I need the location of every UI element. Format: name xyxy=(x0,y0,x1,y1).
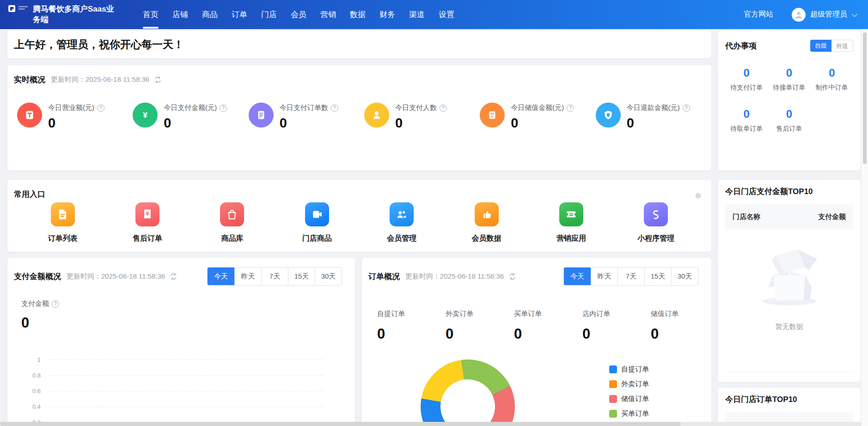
vertical-scrollbar-thumb[interactable] xyxy=(863,32,867,164)
nav-item-stores[interactable]: 门店 xyxy=(261,0,277,29)
user-menu[interactable]: 超级管理员 xyxy=(810,10,856,19)
y-gridline: 0.6 xyxy=(14,386,324,396)
refresh-icon[interactable] xyxy=(154,76,162,84)
question-icon[interactable]: ? xyxy=(567,104,574,112)
empty-box-illustration xyxy=(750,247,829,307)
tab-today[interactable]: 今天 xyxy=(564,268,591,285)
legend-paybill[interactable]: 买单订单 xyxy=(609,409,649,418)
question-icon[interactable]: ? xyxy=(683,104,690,112)
refresh-icon[interactable] xyxy=(508,273,516,280)
shortcut-order-list[interactable]: 订单列表 xyxy=(20,202,105,243)
order-stat-paybill: 买单订单0 xyxy=(514,310,582,342)
stat-value: 0 xyxy=(48,116,104,131)
shortcuts-card: 常用入口 订单列表 ¥ 售后订单 xyxy=(7,180,711,252)
logo-wordmark xyxy=(18,6,28,10)
legend-delivery[interactable]: 外卖订单 xyxy=(609,380,649,389)
y-gridline: 1 xyxy=(14,355,324,364)
nav-item-channels[interactable]: 渠道 xyxy=(409,0,425,29)
tab-7d[interactable]: 7天 xyxy=(261,268,288,285)
app-logo xyxy=(8,5,15,12)
todo-unpaid[interactable]: 0待支付订单 xyxy=(725,67,768,92)
member-data-icon xyxy=(475,202,499,226)
avatar-person-icon xyxy=(793,9,804,20)
tab-yesterday[interactable]: 昨天 xyxy=(591,268,617,285)
horizontal-scrollbar[interactable] xyxy=(0,422,862,426)
refresh-icon[interactable] xyxy=(170,273,177,280)
nav-item-home[interactable]: 首页 xyxy=(143,0,159,29)
question-icon[interactable]: ? xyxy=(97,104,104,112)
greeting-card: 上午好，管理员，祝你开心每一天！ xyxy=(7,30,711,58)
miniprogram-icon xyxy=(644,202,668,226)
nav-item-members[interactable]: 会员 xyxy=(291,0,306,29)
nav-item-data[interactable]: 数据 xyxy=(350,0,366,29)
top10-orders-title: 今日门店订单TOP10 xyxy=(725,394,853,405)
tab-today[interactable]: 今天 xyxy=(208,268,234,285)
order-range-tabs: 今天 昨天 7天 15天 30天 xyxy=(563,267,698,286)
tab-30d[interactable]: 30天 xyxy=(315,268,342,285)
stat-value: 0 xyxy=(164,116,227,131)
shortcut-marketing-apps[interactable]: 营销应用 xyxy=(529,202,613,243)
legend-stored[interactable]: 储值订单 xyxy=(609,395,649,403)
vertical-scrollbar[interactable] xyxy=(862,29,868,422)
payment-metric: 支付金额? 0 xyxy=(21,299,355,331)
shortcut-miniprogram[interactable]: 小程序管理 xyxy=(614,202,698,243)
tab-7d[interactable]: 7天 xyxy=(617,268,644,285)
toggle-delivery[interactable]: 外送 xyxy=(831,40,853,52)
shortcut-store-goods[interactable]: 门店商品 xyxy=(275,202,359,243)
realtime-overview-card: 实时概况 更新时间：2025-06-18 11:58:36 今日营业额(元)? … xyxy=(7,65,711,170)
question-icon[interactable]: ? xyxy=(440,104,447,112)
stat-refund-amount: 今日退款金额(元)? 0 xyxy=(596,103,711,131)
donut-legend: 自提订单 外卖订单 储值订单 买单订单 xyxy=(609,365,649,418)
brand: 腾马餐饮多商户Saas业务端 xyxy=(8,4,120,24)
nav-item-orders[interactable]: 订单 xyxy=(232,0,247,29)
gear-icon[interactable] xyxy=(694,192,702,201)
tab-yesterday[interactable]: 昨天 xyxy=(234,268,261,285)
top10-orders-card: 今日门店订单TOP10 xyxy=(718,388,861,426)
avatar[interactable] xyxy=(792,8,806,22)
official-site-link[interactable]: 官方网站 xyxy=(744,10,773,19)
store-goods-icon xyxy=(305,202,329,226)
stat-payment-amount: ¥ 今日支付金额(元)? 0 xyxy=(133,103,248,131)
horizontal-scrollbar-thumb[interactable] xyxy=(0,422,681,426)
toggle-pickup[interactable]: 自提 xyxy=(810,40,831,52)
order-stat-stored: 储值订单0 xyxy=(651,310,711,342)
todo-making[interactable]: 0制作中订单 xyxy=(811,67,853,92)
todo-to-pickup[interactable]: 0待取单订单 xyxy=(725,108,768,133)
question-icon[interactable]: ? xyxy=(52,300,59,308)
legend-pickup[interactable]: 自提订单 xyxy=(609,365,649,374)
marketing-ticket-icon xyxy=(559,202,583,226)
right-column: 代办事项 自提 外送 0待支付订单 0待接单订单 0制作中订单 0待取单订单 0… xyxy=(718,30,861,426)
svg-text:¥: ¥ xyxy=(146,211,149,216)
nav-item-finance[interactable]: 财务 xyxy=(379,0,395,29)
todo-title: 代办事项 xyxy=(725,41,757,51)
divider xyxy=(725,371,853,372)
shortcut-member-management[interactable]: 会员管理 xyxy=(360,202,444,243)
tab-15d[interactable]: 15天 xyxy=(644,268,671,285)
greeting-text: 上午好，管理员，祝你开心每一天！ xyxy=(14,37,184,52)
nav-item-goods[interactable]: 商品 xyxy=(202,0,218,29)
legend-swatch xyxy=(609,410,617,418)
question-icon[interactable]: ? xyxy=(331,104,338,112)
stat-revenue: 今日营业额(元)? 0 xyxy=(17,103,133,131)
legend-swatch xyxy=(609,380,617,388)
tab-30d[interactable]: 30天 xyxy=(671,268,698,285)
nav-item-shop[interactable]: 店铺 xyxy=(172,0,188,29)
todo-grid: 0待支付订单 0待接单订单 0制作中订单 0待取单订单 0售后订单 xyxy=(725,67,853,133)
top-navbar: 腾马餐饮多商户Saas业务端 首页 店铺 商品 订单 门店 会员 营销 数据 财… xyxy=(0,0,868,29)
todo-to-accept[interactable]: 0待接单订单 xyxy=(768,67,810,92)
svg-text:¥: ¥ xyxy=(143,110,148,120)
empty-text: 暂无数据 xyxy=(776,323,803,331)
dashboard-screen: 腾马餐饮多商户Saas业务端 首页 店铺 商品 订单 门店 会员 营销 数据 财… xyxy=(0,0,868,426)
shortcut-goods-library[interactable]: 商品库 xyxy=(190,202,275,243)
tab-15d[interactable]: 15天 xyxy=(288,268,315,285)
shortcut-aftersale-orders[interactable]: ¥ 售后订单 xyxy=(105,202,189,243)
nav-item-settings[interactable]: 设置 xyxy=(439,0,454,29)
nav-item-marketing[interactable]: 营销 xyxy=(320,0,336,29)
stat-value: 0 xyxy=(627,116,690,131)
todo-aftersale[interactable]: 0售后订单 xyxy=(768,108,810,133)
question-icon[interactable]: ? xyxy=(220,104,227,112)
stat-value: 0 xyxy=(511,116,574,131)
stat-value: 0 xyxy=(280,116,338,131)
shortcut-member-data[interactable]: 会员数据 xyxy=(444,202,529,243)
top10-payment-card: 今日门店支付金额TOP10 门店名称 支付金额 暂无数据 xyxy=(718,180,861,382)
